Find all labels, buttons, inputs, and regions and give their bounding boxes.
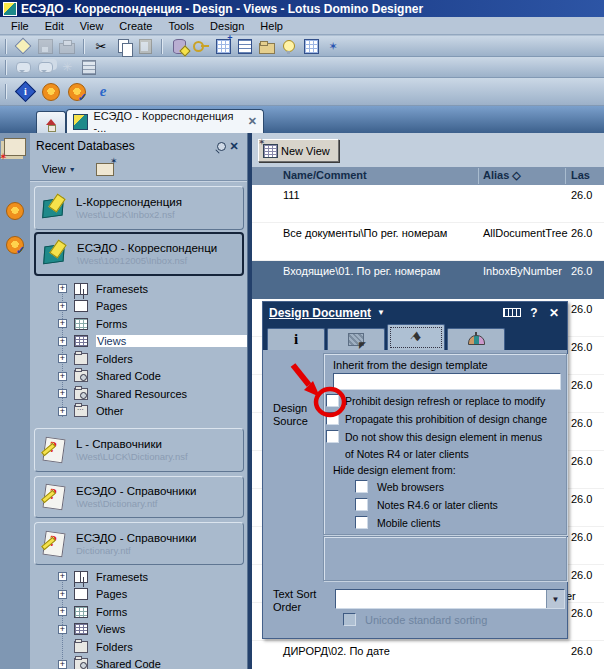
- database-item[interactable]: ? ЕСЭДО - Справочники Dictionary.ntf: [34, 522, 244, 565]
- expand-icon[interactable]: +: [58, 590, 67, 599]
- folder-open-icon[interactable]: [258, 37, 276, 55]
- database-icon[interactable]: [170, 37, 188, 55]
- home-tab[interactable]: [36, 111, 66, 133]
- tab-launch[interactable]: [327, 328, 385, 350]
- expand-icon[interactable]: +: [58, 337, 67, 346]
- column-last-modified[interactable]: Las: [571, 169, 590, 181]
- grid-icon[interactable]: [302, 37, 320, 55]
- tree-item-views[interactable]: +Views: [30, 621, 247, 639]
- expand-icon[interactable]: +: [58, 407, 67, 416]
- info-diamond-icon[interactable]: i: [14, 83, 36, 101]
- help-icon[interactable]: ?: [527, 306, 541, 320]
- open-icon[interactable]: [14, 37, 32, 55]
- pin-icon[interactable]: [215, 140, 227, 152]
- tree-item-folders[interactable]: Folders: [30, 638, 247, 656]
- more-bookmarks-icon[interactable]: [3, 233, 27, 257]
- tree-item-folders[interactable]: +Folders: [30, 350, 247, 368]
- propagate-prohibition-checkbox[interactable]: [326, 412, 339, 425]
- grid-plus-icon[interactable]: [214, 37, 232, 55]
- list-page-icon[interactable]: [80, 58, 98, 76]
- database-item-selected[interactable]: ЕСЭДО - Корреспонденци \West\10012005\In…: [34, 232, 244, 276]
- favorite-bookmarks-icon[interactable]: [3, 135, 27, 159]
- tab-design-selected[interactable]: ⚑: [387, 324, 445, 350]
- tab-advanced[interactable]: [447, 328, 505, 350]
- star-new-icon[interactable]: ✶: [324, 37, 342, 55]
- tree-item-framesets[interactable]: +Framesets: [30, 280, 247, 298]
- menu-help[interactable]: Help: [252, 18, 291, 34]
- expand-icon[interactable]: +: [58, 354, 67, 363]
- tree-item-other[interactable]: +Other: [30, 403, 247, 421]
- tree-item-framesets[interactable]: +Framesets: [30, 568, 247, 586]
- expand-icon[interactable]: +: [58, 607, 67, 616]
- orange-donut-icon[interactable]: [40, 83, 62, 101]
- internet-explorer-icon[interactable]: e: [92, 83, 114, 101]
- copy-icon[interactable]: [114, 37, 132, 55]
- inherit-template-label: Inherit from the design template: [333, 359, 488, 372]
- expand-icon[interactable]: +: [58, 625, 67, 634]
- panel-close-icon[interactable]: ✕: [227, 140, 241, 153]
- database-item[interactable]: ? L - Справочники \West\LUCK\Dictionary.…: [34, 428, 244, 472]
- table-row[interactable]: 11126.0: [252, 185, 604, 223]
- cut-icon[interactable]: ✂: [92, 37, 110, 55]
- print-icon[interactable]: [58, 37, 76, 55]
- view-dropdown-button[interactable]: View ▼: [36, 161, 82, 177]
- tree-item-pages[interactable]: +Pages: [30, 586, 247, 604]
- inherit-template-input[interactable]: [333, 373, 561, 390]
- new-view-button[interactable]: New View: [258, 139, 339, 162]
- key-icon[interactable]: [192, 37, 210, 55]
- table-row[interactable]: Все документы\По рег. номерамAllDocument…: [252, 223, 604, 261]
- menu-edit[interactable]: Edit: [37, 18, 72, 34]
- menu-design[interactable]: Design: [202, 18, 252, 34]
- list-icon[interactable]: [236, 37, 254, 55]
- orange-donut-check-icon[interactable]: [66, 83, 88, 101]
- menu-create[interactable]: Create: [111, 18, 160, 34]
- active-task-tab[interactable]: ЕСЭДО - Корреспонденция -... ✕: [66, 109, 264, 133]
- hide-notes-r46-checkbox[interactable]: [355, 498, 368, 511]
- expand-icon[interactable]: +: [58, 302, 67, 311]
- chevron-down-icon[interactable]: ▼: [546, 590, 564, 608]
- menu-view[interactable]: View: [72, 18, 112, 34]
- expand-icon[interactable]: +: [58, 660, 67, 669]
- expand-icon[interactable]: +: [58, 319, 67, 328]
- sparkle-icon[interactable]: ✳: [58, 58, 76, 76]
- text-sort-order-combobox[interactable]: ▼: [335, 589, 565, 609]
- tree-item-shared-code[interactable]: +Shared Code: [30, 368, 247, 386]
- expand-icon[interactable]: +: [58, 389, 67, 398]
- column-alias[interactable]: Alias ◇: [483, 169, 521, 182]
- prohibit-refresh-checkbox[interactable]: [326, 394, 339, 407]
- hide-mobile-clients-checkbox[interactable]: [355, 516, 368, 529]
- lightbulb-icon[interactable]: [280, 37, 298, 55]
- menu-tools[interactable]: Tools: [160, 18, 202, 34]
- tree-item-forms[interactable]: +Forms: [30, 603, 247, 621]
- dialog-title-bar[interactable]: Design Document ▼ ? ✕: [263, 302, 567, 323]
- table-header[interactable]: Name/Comment Alias ◇ Las: [252, 167, 604, 185]
- database-item[interactable]: L-Корреспонденция \West\LUCK\Inbox2.nsf: [34, 186, 244, 230]
- tree-item-shared-code[interactable]: +Shared Code: [30, 656, 247, 669]
- expand-icon[interactable]: +: [58, 372, 67, 381]
- menu-file[interactable]: File: [3, 18, 37, 34]
- chat-bubbles-icon[interactable]: [36, 58, 54, 76]
- chevron-down-icon[interactable]: ▼: [377, 308, 385, 317]
- hide-web-browsers-checkbox[interactable]: [355, 480, 368, 493]
- save-icon[interactable]: [36, 37, 54, 55]
- chat-bubble-icon[interactable]: [14, 58, 32, 76]
- table-row[interactable]: ДИРОРД\02. По дате26.0: [252, 641, 604, 669]
- dialog-close-icon[interactable]: ✕: [547, 306, 561, 320]
- tab-close-icon[interactable]: ✕: [248, 115, 257, 128]
- expand-icon[interactable]: +: [58, 572, 67, 581]
- tree-item-shared-resources[interactable]: +Shared Resources: [30, 385, 247, 403]
- databases-bookmark-icon[interactable]: [3, 199, 27, 223]
- expand-icon[interactable]: +: [58, 284, 67, 293]
- tab-info[interactable]: i: [267, 328, 325, 350]
- do-not-show-checkbox[interactable]: [326, 430, 339, 443]
- tree-item-forms[interactable]: +Forms: [30, 315, 247, 333]
- database-item[interactable]: ? ЕСЭДО - Справочники \West\Dictionary.n…: [34, 476, 244, 518]
- table-row-selected[interactable]: Входящие\01. По рег. номерамInboxByNumbe…: [252, 261, 604, 299]
- new-folder-icon[interactable]: [96, 163, 114, 176]
- ruler-icon[interactable]: [503, 308, 521, 317]
- tree-item-pages[interactable]: +Pages: [30, 298, 247, 316]
- window-title: ЕСЭДО - Корреспонденция - Design - Views…: [21, 2, 423, 16]
- tree-item-views-selected[interactable]: +Views: [30, 333, 247, 351]
- paste-icon[interactable]: [136, 37, 154, 55]
- column-name-comment[interactable]: Name/Comment: [283, 169, 367, 181]
